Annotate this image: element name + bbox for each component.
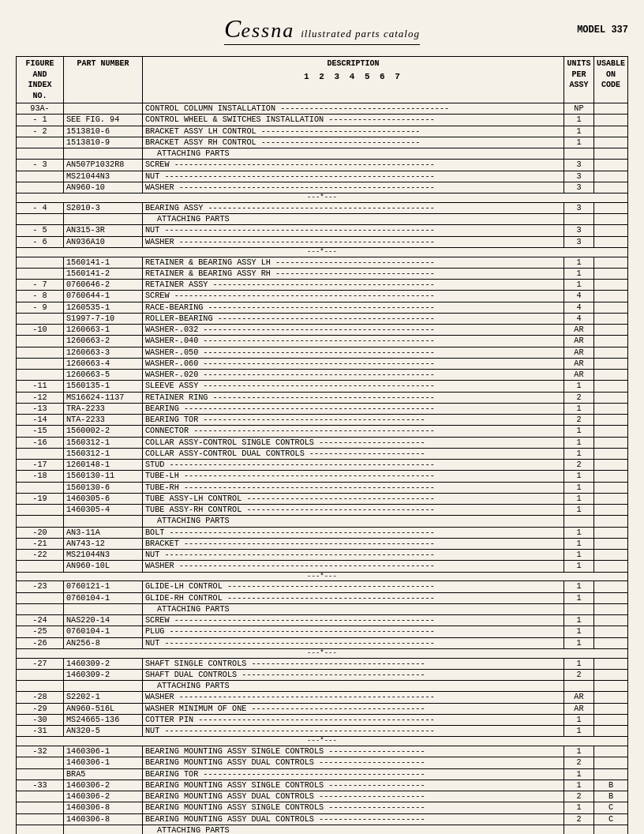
figure-cell bbox=[17, 182, 64, 193]
usable-code-cell bbox=[593, 291, 627, 302]
part-number-cell: 1560312-1 bbox=[64, 448, 143, 459]
units-cell: 1 bbox=[564, 802, 593, 813]
figure-cell bbox=[17, 370, 64, 381]
usable-code-cell bbox=[593, 538, 627, 549]
description-cell: SCREW ----------------------------------… bbox=[143, 160, 564, 171]
part-number-cell bbox=[64, 148, 143, 160]
figure-cell: - 7 bbox=[17, 280, 64, 291]
table-row: AN960-10LWASHER ------------------------… bbox=[17, 561, 628, 572]
description-cell: NUT ------------------------------------… bbox=[143, 637, 564, 648]
units-cell: 1 bbox=[564, 437, 593, 448]
table-row: 1560130-6TUBE-RH -----------------------… bbox=[17, 482, 628, 493]
part-number-cell: AN507P1032R8 bbox=[64, 160, 143, 171]
table-row: - 4S2010-3BEARING ASSY -----------------… bbox=[17, 202, 628, 213]
figure-cell bbox=[17, 268, 64, 279]
description-cell: BEARING TOR ----------------------------… bbox=[143, 768, 564, 780]
units-cell: AR bbox=[564, 347, 593, 358]
th-desc-numbers: 1 2 3 4 5 6 7 bbox=[145, 71, 561, 83]
th-description: DESCRIPTION 1 2 3 4 5 6 7 bbox=[143, 57, 564, 103]
table-row: S1997-7-10ROLLER-BEARING ---------------… bbox=[17, 313, 628, 324]
units-cell: 4 bbox=[564, 302, 593, 313]
table-row: - 1SEE FIG. 94CONTROL WHEEL & SWITCHES I… bbox=[17, 115, 628, 126]
description-cell: BRACKET --------------------------------… bbox=[143, 538, 564, 549]
part-number-cell: 1260535-1 bbox=[64, 302, 143, 313]
units-cell: 1 bbox=[564, 471, 593, 482]
table-row: -171260148-1STUD -----------------------… bbox=[17, 460, 628, 471]
part-number-cell: NTA-2233 bbox=[64, 415, 143, 426]
part-number-cell: 1260663-3 bbox=[64, 347, 143, 358]
description-cell: BEARING MOUNTING ASSY DUAL CONTROLS ----… bbox=[143, 813, 564, 825]
description-cell: WASHER ---------------------------------… bbox=[143, 236, 564, 247]
units-cell: 1 bbox=[564, 268, 593, 279]
units-cell: 1 bbox=[564, 403, 593, 414]
part-number-cell: 1513810-6 bbox=[64, 126, 143, 137]
page-header: C essna illustrated parts catalog MODEL … bbox=[16, 14, 628, 48]
figure-cell: -30 bbox=[17, 714, 64, 725]
description-cell: ATTACHING PARTS bbox=[143, 681, 564, 692]
figure-cell bbox=[17, 603, 64, 614]
description-cell: BRACKET ASSY RH CONTROL ----------------… bbox=[143, 137, 564, 148]
usable-code-cell bbox=[593, 115, 627, 126]
usable-code-cell: B bbox=[593, 780, 627, 791]
table-row: ATTACHING PARTS bbox=[17, 148, 628, 160]
part-number-cell: AN960-10L bbox=[64, 561, 143, 572]
part-number-cell bbox=[64, 603, 143, 614]
description-cell: BEARING MOUNTING ASSY SINGLE CONTROLS --… bbox=[143, 780, 564, 791]
figure-cell bbox=[17, 171, 64, 182]
description-cell: BRACKET ASSY LH CONTROL ----------------… bbox=[143, 126, 564, 137]
units-cell: 1 bbox=[564, 126, 593, 137]
part-number-cell: 1460306-8 bbox=[64, 802, 143, 813]
table-row: -31AN320-5NUT --------------------------… bbox=[17, 726, 628, 737]
units-cell: 1 bbox=[564, 714, 593, 725]
page: C essna illustrated parts catalog MODEL … bbox=[0, 0, 644, 834]
table-header-row: FIGURE AND INDEX NO. PART NUMBER DESCRIP… bbox=[17, 57, 628, 103]
part-number-cell: 1460306-2 bbox=[64, 780, 143, 791]
figure-cell: - 1 bbox=[17, 115, 64, 126]
usable-code-cell bbox=[593, 768, 627, 780]
table-row: -191460305-6TUBE ASSY-LH CONTROL -------… bbox=[17, 493, 628, 504]
units-cell: 2 bbox=[564, 757, 593, 768]
table-row: -28S2202-1WASHER -----------------------… bbox=[17, 692, 628, 703]
figure-cell: -13 bbox=[17, 403, 64, 414]
part-number-cell bbox=[64, 214, 143, 225]
usable-code-cell bbox=[593, 561, 627, 572]
figure-cell: -22 bbox=[17, 550, 64, 561]
usable-code-cell bbox=[593, 325, 627, 336]
header-underline bbox=[224, 44, 420, 45]
part-number-cell: 1460309-2 bbox=[64, 658, 143, 669]
description-cell: SHAFT SINGLE CONTROLS ------------------… bbox=[143, 658, 564, 669]
usable-code-cell bbox=[593, 669, 627, 680]
figure-cell bbox=[17, 757, 64, 768]
figure-cell bbox=[17, 347, 64, 358]
figure-cell: -25 bbox=[17, 626, 64, 637]
description-cell: BEARING TOR ----------------------------… bbox=[143, 415, 564, 426]
figure-cell bbox=[17, 448, 64, 459]
units-cell: 1 bbox=[564, 768, 593, 780]
th-units-line2: PER bbox=[567, 70, 591, 81]
units-cell: 1 bbox=[564, 482, 593, 493]
description-cell: WASHER-.032 ----------------------------… bbox=[143, 325, 564, 336]
description-cell: RETAINER ASSY --------------------------… bbox=[143, 280, 564, 291]
usable-code-cell bbox=[593, 126, 627, 137]
usable-code-cell bbox=[593, 615, 627, 626]
units-cell: 1 bbox=[564, 615, 593, 626]
description-cell: NUT ------------------------------------… bbox=[143, 171, 564, 182]
figure-cell: -28 bbox=[17, 692, 64, 703]
usable-code-cell bbox=[593, 505, 627, 516]
figure-cell bbox=[17, 802, 64, 813]
table-row: 1513810-9BRACKET ASSY RH CONTROL -------… bbox=[17, 137, 628, 148]
th-units-line1: UNITS bbox=[567, 58, 591, 70]
description-cell: SCREW ----------------------------------… bbox=[143, 615, 564, 626]
th-units: UNITS PER ASSY bbox=[564, 57, 593, 103]
table-row: BRA5BEARING TOR ------------------------… bbox=[17, 768, 628, 780]
table-row: ---*--- bbox=[17, 193, 628, 203]
figure-cell bbox=[17, 148, 64, 160]
figure-cell bbox=[17, 592, 64, 603]
th-figure-line2: AND bbox=[19, 70, 61, 81]
part-number-cell: 1460306-1 bbox=[64, 757, 143, 768]
table-row: ---*--- bbox=[17, 737, 628, 746]
usable-code-cell bbox=[593, 825, 627, 834]
description-cell: TUBE ASSY-LH CONTROL -------------------… bbox=[143, 493, 564, 504]
part-number-cell: 1513810-9 bbox=[64, 137, 143, 148]
table-row: -181560130-11TUBE-LH -------------------… bbox=[17, 471, 628, 482]
